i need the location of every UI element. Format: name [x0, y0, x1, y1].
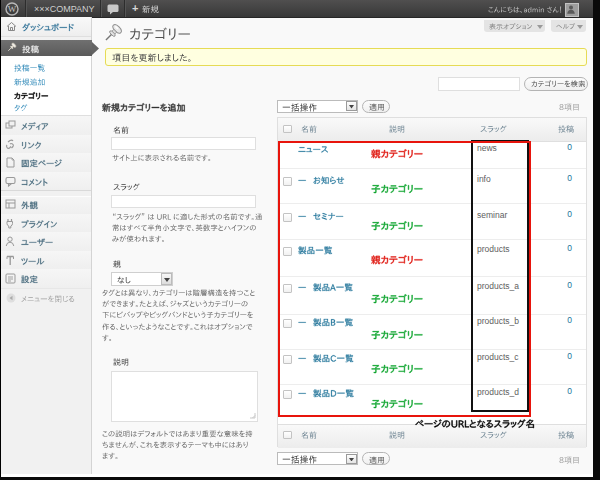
svg-text:W: W: [8, 4, 17, 14]
